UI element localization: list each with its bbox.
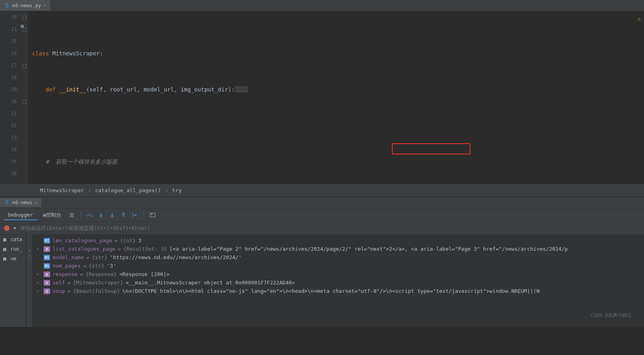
- variable-row[interactable]: ›≡soup = {BeautifulSoup} \n<!DOCTYPE htm…: [33, 287, 644, 295]
- svg-rect-5: [151, 214, 152, 215]
- eval-bar: ▼: [0, 222, 644, 235]
- fold-marker[interactable]: ⊞: [21, 23, 28, 35]
- frames-panel: ▦cata ▦run_ ▦<m: [0, 235, 26, 327]
- debugger-tab[interactable]: Debugger: [4, 210, 37, 220]
- python-icon: [4, 3, 10, 8]
- evaluate-icon[interactable]: [148, 210, 157, 220]
- run-to-cursor-icon[interactable]: [130, 210, 139, 220]
- python-icon: [4, 200, 10, 205]
- chevron-right-icon: ›: [88, 187, 91, 193]
- close-icon[interactable]: ×: [35, 200, 38, 205]
- file-tab[interactable]: nd-news.py ×: [0, 0, 50, 11]
- step-out-icon[interactable]: [119, 210, 128, 220]
- chevron-down-icon[interactable]: ▼: [14, 226, 16, 230]
- console-tab[interactable]: ●控制台: [39, 210, 66, 220]
- variable-row[interactable]: 01len_catalogues_page = {int} 3: [33, 236, 644, 245]
- variable-row[interactable]: ›≡self = {MitnewsScraper} <__main__.Mitn…: [33, 278, 644, 287]
- svg-rect-2: [111, 217, 114, 217]
- svg-rect-4: [150, 213, 155, 217]
- evaluate-input[interactable]: [20, 225, 644, 231]
- stop-button[interactable]: [4, 225, 10, 231]
- step-over-icon[interactable]: [85, 210, 95, 220]
- svg-rect-1: [100, 217, 102, 217]
- code-editor: ⚠ 10 11 25 26 27 28 29 30 31 32 33 34 35…: [0, 11, 644, 184]
- frame-item[interactable]: ▦<m: [0, 254, 26, 264]
- variable-row[interactable]: ›≡list_catalogues_page = {ResultSet: 3} …: [33, 245, 644, 253]
- debug-panel: nd-news × Debugger ●控制台 ☰ ▼ ▦cata ▦run_ …: [0, 197, 644, 327]
- variable-row[interactable]: 01model_name = {str} 'https://news.nd.ed…: [33, 253, 644, 262]
- variable-row[interactable]: 01num_pages = {str} '3': [33, 262, 644, 270]
- frame-item[interactable]: ▦run_: [0, 244, 26, 254]
- close-icon[interactable]: ×: [43, 3, 46, 8]
- fold-marker[interactable]: [21, 11, 28, 23]
- highlight-annotation: [392, 143, 470, 154]
- svg-rect-3: [122, 213, 125, 213]
- editor-tab-bar: nd-news.py ×: [0, 0, 644, 11]
- debug-run-tab[interactable]: nd-news ×: [0, 198, 41, 207]
- debug-toolbar: Debugger ●控制台 ☰: [0, 208, 644, 222]
- watermark: CSDN @东离与糖宝: [591, 312, 632, 319]
- layout-icon[interactable]: ☰: [67, 210, 77, 220]
- frame-item[interactable]: ▦cata: [0, 235, 26, 244]
- breadcrumb-item[interactable]: MitnewsScraper: [40, 187, 84, 193]
- variables-panel: 01len_catalogues_page = {int} 3 ›≡list_c…: [33, 235, 644, 327]
- debug-tab-bar: nd-news ×: [0, 197, 644, 208]
- fold-marker[interactable]: [21, 59, 28, 71]
- breadcrumb: MitnewsScraper › catalogue_all_pages() ›…: [0, 184, 644, 197]
- step-into-icon[interactable]: [96, 210, 106, 220]
- line-gutter: 10 11 25 26 27 28 29 30 31 32 33 34 35 3…: [0, 11, 21, 184]
- tab-filename: nd-news.py: [12, 3, 41, 8]
- svg-point-0: [6, 3, 6, 4]
- breadcrumb-item[interactable]: catalogue_all_pages(): [95, 187, 161, 193]
- force-step-into-icon[interactable]: [107, 210, 117, 220]
- code-content[interactable]: class MitnewsScraper: def __init__(self,…: [28, 11, 644, 184]
- fold-marker[interactable]: [21, 95, 28, 108]
- fold-column: ⊞: [21, 11, 28, 184]
- chevron-right-icon: ›: [165, 187, 168, 193]
- breadcrumb-item[interactable]: try: [172, 187, 182, 193]
- variable-row[interactable]: ›≡response = {Response} <Response [200]>: [33, 270, 644, 278]
